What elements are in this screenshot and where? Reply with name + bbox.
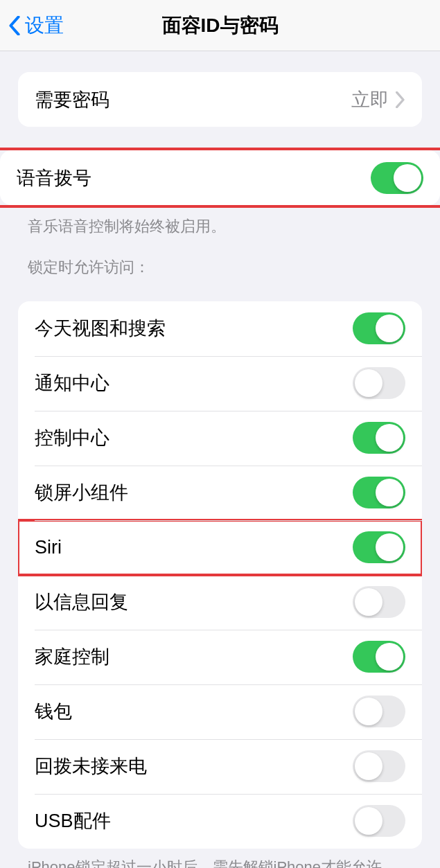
locked-access-switch[interactable] bbox=[353, 531, 405, 563]
locked-access-header: 锁定时允许访问： bbox=[0, 238, 440, 281]
voice-dial-switch[interactable] bbox=[371, 162, 423, 194]
locked-access-label: 家庭控制 bbox=[35, 644, 353, 669]
locked-access-row: 以信息回复 bbox=[18, 575, 422, 630]
back-label: 设置 bbox=[25, 12, 64, 39]
locked-access-row: Siri bbox=[18, 520, 422, 575]
locked-access-label: 以信息回复 bbox=[35, 590, 353, 614]
locked-access-row: 控制中心 bbox=[18, 411, 422, 466]
locked-access-label: Siri bbox=[35, 537, 353, 558]
navbar: 设置 面容ID与密码 bbox=[0, 0, 440, 51]
back-button[interactable]: 设置 bbox=[7, 0, 64, 51]
locked-access-switch[interactable] bbox=[353, 641, 405, 673]
locked-access-switch[interactable] bbox=[353, 696, 405, 727]
voice-dial-row: 语音拨号 bbox=[0, 150, 440, 205]
locked-access-label: 通知中心 bbox=[35, 371, 353, 396]
require-passcode-value: 立即 bbox=[351, 87, 389, 112]
locked-access-label: 今天视图和搜索 bbox=[35, 316, 353, 341]
locked-access-row: 钱包 bbox=[18, 684, 422, 739]
locked-access-switch[interactable] bbox=[353, 750, 405, 782]
locked-access-row: 回拨未接来电 bbox=[18, 739, 422, 794]
locked-access-switch[interactable] bbox=[353, 586, 405, 618]
locked-access-group: 今天视图和搜索通知中心控制中心锁屏小组件Siri以信息回复家庭控制钱包回拨未接来… bbox=[18, 301, 422, 849]
locked-access-switch[interactable] bbox=[353, 422, 405, 454]
chevron-right-icon bbox=[396, 91, 405, 108]
chevron-left-icon bbox=[7, 16, 22, 35]
require-passcode-label: 需要密码 bbox=[35, 87, 351, 112]
require-passcode-row[interactable]: 需要密码 立即 bbox=[18, 72, 422, 127]
locked-access-label: 控制中心 bbox=[35, 425, 353, 450]
locked-access-label: 回拨未接来电 bbox=[35, 754, 353, 779]
require-passcode-group: 需要密码 立即 bbox=[18, 72, 422, 127]
locked-access-footer: iPhone锁定超过一小时后，需先解锁iPhone才能允许USB配件连接。 bbox=[0, 849, 440, 868]
locked-access-switch[interactable] bbox=[353, 312, 405, 344]
locked-access-row: 锁屏小组件 bbox=[18, 466, 422, 520]
locked-access-row: USB配件 bbox=[18, 794, 422, 849]
locked-access-row: 家庭控制 bbox=[18, 630, 422, 684]
locked-access-label: 锁屏小组件 bbox=[35, 480, 353, 505]
locked-access-label: USB配件 bbox=[35, 808, 353, 833]
locked-access-switch[interactable] bbox=[353, 477, 405, 508]
locked-access-row: 通知中心 bbox=[18, 356, 422, 411]
voice-dial-label: 语音拨号 bbox=[17, 166, 371, 191]
voice-dial-group: 语音拨号 bbox=[0, 148, 440, 208]
locked-access-switch[interactable] bbox=[353, 367, 405, 399]
page-title: 面容ID与密码 bbox=[0, 12, 440, 39]
locked-access-label: 钱包 bbox=[35, 699, 353, 724]
voice-dial-footer: 音乐语音控制将始终被启用。 bbox=[0, 208, 440, 238]
locked-access-row: 今天视图和搜索 bbox=[18, 301, 422, 356]
locked-access-switch[interactable] bbox=[353, 805, 405, 837]
